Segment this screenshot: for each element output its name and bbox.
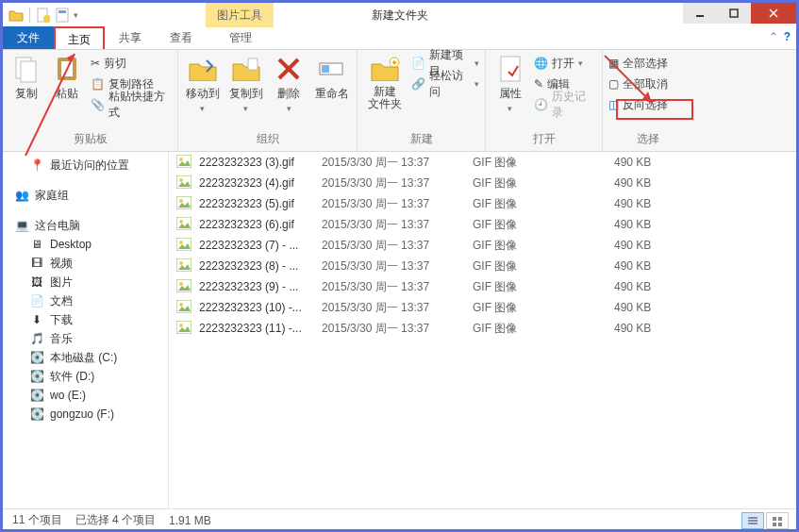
file-date: 2015/3/30 周一 13:37	[322, 196, 473, 212]
new-folder-button[interactable]: ✦ 新建 文件夹	[363, 54, 406, 110]
tab-file[interactable]: 文件	[3, 26, 54, 49]
nav-recent[interactable]: 📍最近访问的位置	[3, 156, 168, 175]
file-row[interactable]: 2223232323 (11) -...2015/3/30 周一 13:37GI…	[169, 318, 796, 339]
file-name: 2223232323 (5).gif	[199, 197, 322, 210]
tab-share[interactable]: 共享	[105, 26, 156, 49]
homegroup-icon: 👥	[14, 188, 29, 203]
image-file-icon	[176, 175, 193, 191]
file-list[interactable]: 2223232323 (3).gif2015/3/30 周一 13:37GIF …	[169, 152, 796, 508]
copy-button[interactable]: 复制	[8, 54, 44, 114]
svg-rect-41	[773, 517, 776, 521]
file-row[interactable]: 2223232323 (4).gif2015/3/30 周一 13:37GIF …	[169, 173, 796, 193]
file-row[interactable]: 2223232323 (8) - ...2015/3/30 周一 13:37GI…	[169, 256, 796, 276]
status-size: 1.91 MB	[169, 514, 211, 527]
nav-pane[interactable]: 📍最近访问的位置 👥家庭组 💻这台电脑 🖥Desktop 🎞视频 🖼图片 📄文档…	[3, 152, 169, 508]
minimize-ribbon-icon[interactable]: ⌃	[769, 30, 778, 43]
qat-dropdown-icon[interactable]: ▾	[74, 10, 78, 20]
file-row[interactable]: 2223232323 (5).gif2015/3/30 周一 13:37GIF …	[169, 193, 796, 214]
file-size: 490 KB	[614, 259, 690, 273]
tab-manage[interactable]: 管理	[207, 26, 275, 49]
nav-pictures[interactable]: 🖼图片	[3, 273, 168, 291]
newitem-icon: 📄	[411, 57, 425, 70]
maximize-button[interactable]	[717, 3, 751, 24]
window-title: 新建文件夹	[372, 3, 428, 27]
file-row[interactable]: 2223232323 (3).gif2015/3/30 周一 13:37GIF …	[169, 152, 796, 173]
ribbon: 复制 粘贴 ✂剪切 📋复制路径 📎粘贴快捷方式 剪贴板 移动到▾ 复制到▾	[3, 50, 796, 152]
drive-icon: 💽	[29, 369, 44, 384]
invert-selection-button[interactable]: ◫反向选择	[608, 95, 668, 114]
tab-home[interactable]: 主页	[54, 26, 105, 49]
rename-button[interactable]: 重命名	[313, 54, 351, 113]
nav-downloads[interactable]: ⬇下载	[3, 310, 168, 329]
easy-access-button[interactable]: 🔗轻松访问▾	[411, 75, 479, 93]
history-icon: 🕘	[534, 98, 548, 111]
minimize-button[interactable]	[683, 3, 717, 24]
video-icon: 🎞	[29, 256, 44, 271]
file-row[interactable]: 2223232323 (9) - ...2015/3/30 周一 13:37GI…	[169, 276, 796, 297]
select-all-button[interactable]: ▦全部选择	[608, 54, 668, 73]
nav-videos[interactable]: 🎞视频	[3, 254, 168, 273]
file-size: 490 KB	[614, 322, 690, 335]
svg-rect-42	[778, 517, 782, 521]
image-file-icon	[176, 258, 193, 274]
file-row[interactable]: 2223232323 (7) - ...2015/3/30 周一 13:37GI…	[169, 235, 796, 256]
title-bar: ▾ 图片工具 新建文件夹	[3, 3, 796, 27]
icons-view-button[interactable]	[766, 512, 789, 529]
file-name: 2223232323 (7) - ...	[199, 239, 322, 252]
pc-icon: 💻	[14, 218, 29, 233]
paste-shortcut-button[interactable]: 📎粘贴快捷方式	[91, 95, 172, 114]
nav-thispc[interactable]: 💻这台电脑	[3, 216, 168, 235]
nav-drive-d[interactable]: 💽软件 (D:)	[3, 367, 168, 386]
paste-button[interactable]: 粘贴	[50, 54, 86, 114]
svg-point-31	[179, 261, 183, 265]
new-doc-icon[interactable]	[36, 8, 51, 23]
svg-point-29	[179, 241, 183, 244]
properties-qat-icon[interactable]	[55, 8, 70, 23]
open-button[interactable]: 🌐打开▾	[534, 54, 596, 73]
nav-drive-e[interactable]: 💽wo (E:)	[3, 386, 168, 405]
nav-drive-f[interactable]: 💽gongzuo (F:)	[3, 405, 168, 424]
move-to-button[interactable]: 移动到▾	[184, 54, 222, 113]
svg-point-25	[179, 199, 183, 203]
file-row[interactable]: 2223232323 (10) -...2015/3/30 周一 13:37GI…	[169, 297, 796, 318]
svg-rect-5	[730, 9, 738, 17]
image-file-icon	[176, 300, 193, 315]
svg-text:✦: ✦	[391, 58, 398, 68]
svg-rect-44	[778, 523, 782, 526]
properties-button[interactable]: 属性▾	[491, 54, 528, 114]
nav-music[interactable]: 🎵音乐	[3, 329, 168, 348]
drive-icon: 💽	[29, 350, 44, 365]
file-type: GIF 图像	[473, 155, 614, 171]
history-button[interactable]: 🕘历史记录	[534, 95, 596, 114]
file-date: 2015/3/30 周一 13:37	[322, 300, 473, 316]
file-size: 490 KB	[614, 239, 690, 252]
folder-icon	[8, 8, 24, 23]
nav-documents[interactable]: 📄文档	[3, 291, 168, 310]
file-date: 2015/3/30 周一 13:37	[322, 238, 473, 254]
svg-point-35	[179, 303, 183, 307]
nav-drive-c[interactable]: 💽本地磁盘 (C:)	[3, 348, 168, 367]
nav-homegroup[interactable]: 👥家庭组	[3, 186, 168, 205]
nav-desktop[interactable]: 🖥Desktop	[3, 235, 168, 254]
tab-view[interactable]: 查看	[156, 26, 207, 49]
close-button[interactable]	[751, 3, 796, 24]
group-label-open: 打开	[491, 129, 596, 149]
file-date: 2015/3/30 周一 13:37	[322, 155, 473, 171]
file-name: 2223232323 (8) - ...	[199, 259, 322, 273]
file-type: GIF 图像	[473, 196, 614, 212]
help-icon[interactable]: ?	[784, 30, 791, 43]
image-file-icon	[176, 196, 193, 211]
select-none-button[interactable]: ▢全部取消	[608, 75, 668, 93]
docs-icon: 📄	[29, 293, 44, 308]
image-file-icon	[176, 217, 193, 232]
svg-point-37	[179, 324, 183, 327]
cut-button[interactable]: ✂剪切	[91, 54, 172, 73]
file-row[interactable]: 2223232323 (6).gif2015/3/30 周一 13:37GIF …	[169, 214, 796, 235]
delete-button[interactable]: 删除▾	[271, 54, 308, 113]
desktop-icon: 🖥	[29, 237, 44, 252]
file-size: 490 KB	[614, 218, 690, 231]
details-view-button[interactable]	[741, 512, 764, 529]
svg-point-21	[179, 158, 183, 161]
file-size: 490 KB	[614, 176, 690, 190]
copy-to-button[interactable]: 复制到▾	[227, 54, 265, 113]
